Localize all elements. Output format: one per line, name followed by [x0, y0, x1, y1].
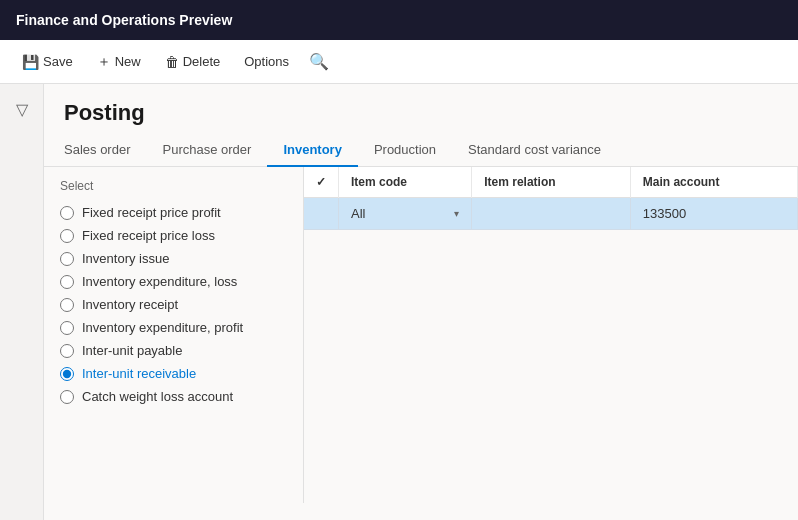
toolbar: 💾 Save ＋ New 🗑 Delete Options 🔍 [0, 40, 798, 84]
radio-item-inter-unit-payable[interactable]: Inter-unit payable [60, 339, 287, 362]
search-button[interactable]: 🔍 [303, 46, 335, 77]
tab-production[interactable]: Production [358, 134, 452, 167]
content-area: Posting Sales orderPurchase orderInvento… [44, 84, 798, 520]
col-check: ✓ [304, 167, 339, 198]
tab-standard-cost-variance[interactable]: Standard cost variance [452, 134, 617, 167]
chevron-down-icon[interactable]: ▾ [454, 208, 459, 219]
cell-check [304, 198, 339, 230]
filter-icon[interactable]: ▽ [8, 92, 36, 127]
radio-item-inventory-receipt[interactable]: Inventory receipt [60, 293, 287, 316]
options-button[interactable]: Options [234, 48, 299, 75]
save-label: Save [43, 54, 73, 69]
radio-input-fixed-receipt-price-profit[interactable] [60, 206, 74, 220]
radio-label-fixed-receipt-price-profit: Fixed receipt price profit [82, 205, 221, 220]
page-title: Posting [44, 84, 798, 134]
radio-input-fixed-receipt-price-loss[interactable] [60, 229, 74, 243]
tab-content: Select Fixed receipt price profitFixed r… [44, 167, 798, 503]
radio-item-inventory-expenditure-profit[interactable]: Inventory expenditure, profit [60, 316, 287, 339]
tab-purchase-order[interactable]: Purchase order [146, 134, 267, 167]
radio-item-catch-weight-loss-account[interactable]: Catch weight loss account [60, 385, 287, 408]
radio-label-inventory-expenditure-loss: Inventory expenditure, loss [82, 274, 237, 289]
posting-table: ✓ Item code Item relation Main account A… [304, 167, 798, 230]
col-item-code: Item code [339, 167, 472, 198]
save-icon: 💾 [22, 54, 39, 70]
radio-input-catch-weight-loss-account[interactable] [60, 390, 74, 404]
cell-item-relation[interactable] [472, 198, 630, 230]
radio-label-inventory-receipt: Inventory receipt [82, 297, 178, 312]
table-panel: ✓ Item code Item relation Main account A… [304, 167, 798, 503]
main-layout: ▽ Posting Sales orderPurchase orderInven… [0, 84, 798, 520]
select-label: Select [60, 179, 287, 193]
table-body: All▾133500 [304, 198, 798, 230]
new-label: New [115, 54, 141, 69]
radio-label-fixed-receipt-price-loss: Fixed receipt price loss [82, 228, 215, 243]
radio-item-inventory-issue[interactable]: Inventory issue [60, 247, 287, 270]
tab-sales-order[interactable]: Sales order [64, 134, 146, 167]
radio-label-inventory-expenditure-profit: Inventory expenditure, profit [82, 320, 243, 335]
tabs-container: Sales orderPurchase orderInventoryProduc… [44, 134, 798, 167]
radio-input-inter-unit-receivable[interactable] [60, 367, 74, 381]
sidebar: ▽ [0, 84, 44, 520]
list-panel: Select Fixed receipt price profitFixed r… [44, 167, 304, 503]
col-main-account: Main account [630, 167, 797, 198]
radio-label-inter-unit-payable: Inter-unit payable [82, 343, 182, 358]
radio-item-fixed-receipt-price-loss[interactable]: Fixed receipt price loss [60, 224, 287, 247]
radio-input-inventory-expenditure-loss[interactable] [60, 275, 74, 289]
delete-button[interactable]: 🗑 Delete [155, 48, 231, 76]
delete-icon: 🗑 [165, 54, 179, 70]
item-code-value: All [351, 206, 365, 221]
options-label: Options [244, 54, 289, 69]
search-icon: 🔍 [309, 53, 329, 70]
radio-label-inventory-issue: Inventory issue [82, 251, 169, 266]
radio-input-inter-unit-payable[interactable] [60, 344, 74, 358]
radio-item-fixed-receipt-price-profit[interactable]: Fixed receipt price profit [60, 201, 287, 224]
cell-item-code[interactable]: All▾ [339, 198, 472, 230]
new-button[interactable]: ＋ New [87, 47, 151, 77]
save-button[interactable]: 💾 Save [12, 48, 83, 76]
radio-input-inventory-expenditure-profit[interactable] [60, 321, 74, 335]
radio-label-catch-weight-loss-account: Catch weight loss account [82, 389, 233, 404]
radio-input-inventory-receipt[interactable] [60, 298, 74, 312]
radio-list: Fixed receipt price profitFixed receipt … [60, 201, 287, 408]
radio-item-inter-unit-receivable[interactable]: Inter-unit receivable [60, 362, 287, 385]
tab-inventory[interactable]: Inventory [267, 134, 358, 167]
col-item-relation: Item relation [472, 167, 630, 198]
delete-label: Delete [183, 54, 221, 69]
app-title: Finance and Operations Preview [16, 12, 232, 28]
table-header-row: ✓ Item code Item relation Main account [304, 167, 798, 198]
cell-main-account[interactable]: 133500 [630, 198, 797, 230]
radio-label-inter-unit-receivable: Inter-unit receivable [82, 366, 196, 381]
radio-input-inventory-issue[interactable] [60, 252, 74, 266]
radio-item-inventory-expenditure-loss[interactable]: Inventory expenditure, loss [60, 270, 287, 293]
table-row[interactable]: All▾133500 [304, 198, 798, 230]
top-bar: Finance and Operations Preview [0, 0, 798, 40]
new-icon: ＋ [97, 53, 111, 71]
